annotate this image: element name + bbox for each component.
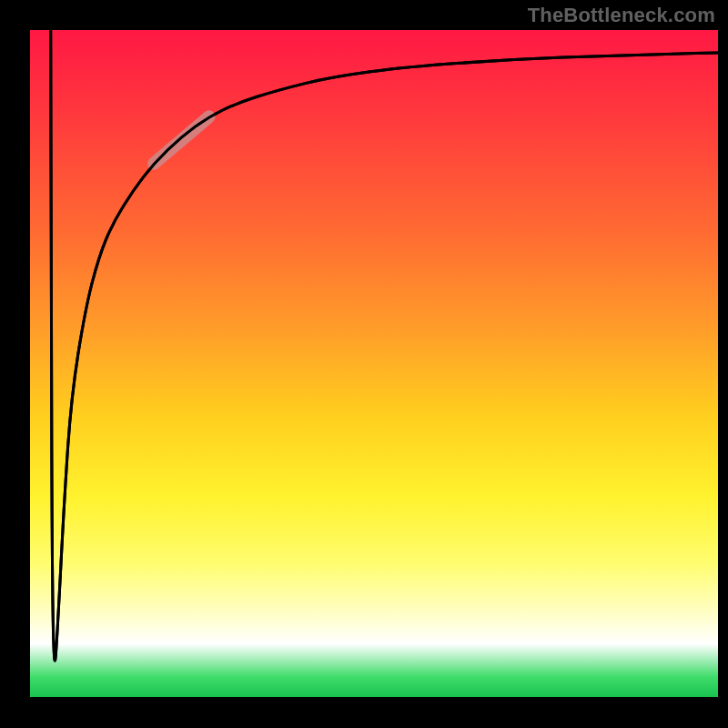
chart-frame: TheBottleneck.com [0,0,728,728]
watermark-text: TheBottleneck.com [528,4,715,27]
plot-area [30,30,718,697]
